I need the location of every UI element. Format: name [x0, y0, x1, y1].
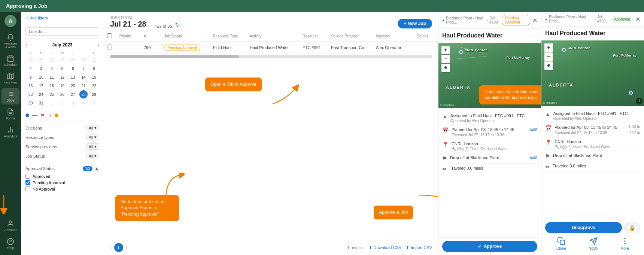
callout-open-job: Open a Job to Approve	[205, 78, 262, 91]
cal-day[interactable]: 27	[69, 90, 77, 98]
cal-dow: T	[47, 50, 57, 55]
nav-item-fieldview[interactable]: Field View	[1, 70, 19, 86]
map-right-reset-button[interactable]: ⊕	[544, 61, 553, 70]
cal-day[interactable]: 8	[90, 64, 98, 73]
more-button[interactable]: More	[620, 237, 629, 251]
approval-status-label: Approval Status	[25, 166, 55, 171]
page-1-button[interactable]: 1	[114, 243, 123, 252]
cal-day[interactable]: 24	[37, 90, 45, 98]
cal-day[interactable]: 31	[37, 99, 45, 107]
map-zoom-in-button[interactable]: +	[441, 46, 450, 54]
calendar-next-button[interactable]: ›	[97, 42, 99, 48]
filter-divisions-select[interactable]: All ▾	[86, 125, 99, 131]
cal-day[interactable]: 1	[48, 99, 56, 107]
map-reset-button[interactable]: ⊕	[441, 64, 450, 72]
nav-item-account[interactable]: Account	[1, 218, 19, 234]
cal-day[interactable]: 23	[27, 90, 35, 98]
map-pin-cnrl	[459, 50, 463, 54]
approval-checkbox-no-approval[interactable]	[25, 186, 30, 191]
nav-item-help[interactable]: Help	[1, 236, 19, 252]
page-prev-button[interactable]: ‹	[110, 245, 112, 251]
cal-day[interactable]: 3	[37, 64, 45, 73]
cal-day[interactable]: 27	[48, 56, 56, 64]
nav-item-jobs[interactable]: Jobs	[1, 88, 19, 104]
cal-day[interactable]: 10	[37, 73, 45, 81]
cal-day[interactable]: 21	[79, 82, 88, 90]
cal-day[interactable]: 22	[90, 82, 98, 90]
unapprove-button[interactable]: Unapprove	[545, 222, 622, 233]
cal-day[interactable]: 13	[69, 73, 77, 81]
cal-dow: F	[78, 50, 88, 55]
approve-button[interactable]: ✓ Approve	[442, 241, 537, 252]
left-nav: A Messages & Alerts Schedule Field View	[0, 12, 21, 255]
calendar-prev-button[interactable]: ‹	[25, 42, 27, 48]
cal-day[interactable]: 30	[27, 99, 35, 107]
chevron-down-icon: ▾	[94, 154, 97, 158]
cal-day[interactable]: 17	[37, 82, 45, 90]
nav-item-forms[interactable]: Forms	[1, 106, 19, 122]
detail-panel-pending: ● Blackmud Plant - Haul Prod... › Job #7…	[438, 12, 541, 255]
nav-item-messages[interactable]: Messages & Alerts	[1, 31, 19, 51]
approval-checkbox-approved[interactable]	[25, 174, 30, 179]
select-all-checkbox[interactable]	[107, 33, 112, 38]
cal-day[interactable]: 29	[69, 56, 77, 64]
cal-day[interactable]: 12	[58, 73, 66, 81]
cal-day[interactable]: 19	[58, 82, 66, 90]
panel-info-pickup: 📍 CNRL Horizon 🔧 (Qty 7) Fluid · Produce…	[442, 139, 537, 153]
import-csv-button[interactable]: ⬆ Import CSV	[406, 245, 432, 250]
download-csv-button[interactable]: ⬇ Download CSV	[369, 245, 402, 250]
cal-day[interactable]: 4	[79, 99, 88, 107]
filter-service-providers-label: Service providers	[25, 145, 57, 149]
approval-collapse-button[interactable]: ▲	[94, 166, 99, 171]
cal-day[interactable]: 4	[48, 64, 56, 73]
refresh-button[interactable]: ↻	[175, 21, 180, 28]
new-job-button[interactable]: + New Job	[398, 19, 432, 28]
cal-day[interactable]: 2	[27, 64, 35, 73]
cal-day[interactable]: 15	[90, 73, 98, 81]
table-row[interactable]: — 790 Pending Approval Fluid Haul Haul P…	[104, 42, 438, 54]
cal-day[interactable]: 26	[58, 90, 66, 98]
lock-button[interactable]: 🔒	[624, 222, 640, 233]
panel-left-close-button[interactable]: ✕	[532, 17, 537, 24]
cal-day[interactable]: 2	[58, 99, 66, 107]
map-zoom-out-button[interactable]: −	[441, 55, 450, 63]
filter-job-status-select[interactable]: All ▾	[86, 153, 99, 159]
cal-day[interactable]: 30	[79, 56, 88, 64]
cal-day[interactable]: 18	[48, 82, 56, 90]
cal-day[interactable]: 5	[58, 64, 66, 73]
cal-day[interactable]: 3	[69, 99, 77, 107]
filter-service-providers-select[interactable]: All ▾	[86, 143, 99, 150]
cal-day[interactable]: 28	[58, 56, 66, 64]
cal-day[interactable]: 11	[48, 73, 56, 81]
notify-button[interactable]: Notify	[589, 237, 598, 251]
panel-dropoff-edit-button[interactable]: Edit	[530, 155, 537, 160]
legend-orange	[55, 113, 58, 117]
cal-day[interactable]: 1	[90, 56, 98, 64]
cal-day-today[interactable]: 28	[79, 90, 88, 98]
map-info-button[interactable]: i	[636, 98, 643, 104]
cal-day[interactable]: 14	[79, 73, 88, 81]
cal-day[interactable]: 16	[27, 82, 35, 90]
cal-day[interactable]: 5	[90, 99, 98, 107]
panel-right-close-button[interactable]: ✕	[635, 16, 640, 23]
cal-day[interactable]: 7	[79, 64, 88, 73]
row-checkbox[interactable]	[107, 45, 112, 49]
hide-filters-button[interactable]: ‹ Hide filters	[25, 16, 48, 20]
clone-button[interactable]: Clone	[556, 237, 566, 251]
nav-item-analytics[interactable]: Analytics	[1, 124, 19, 140]
cal-day[interactable]: 9	[27, 73, 35, 81]
cal-day[interactable]: 6	[69, 64, 77, 73]
cal-day[interactable]: 29	[90, 90, 98, 98]
cal-day[interactable]: 25	[27, 56, 35, 64]
panel-planned-edit-button[interactable]: Edit	[530, 127, 537, 131]
cal-day[interactable]: 25	[48, 90, 56, 98]
nav-item-schedule[interactable]: Schedule	[1, 52, 19, 69]
cal-day[interactable]: 26	[37, 56, 45, 64]
map-right-zoom-in-button[interactable]: +	[544, 43, 553, 52]
search-input[interactable]	[25, 27, 99, 36]
filter-resource-types-select[interactable]: All ▾	[86, 134, 99, 140]
cal-day[interactable]: 20	[69, 82, 77, 90]
page-next-button[interactable]: ›	[125, 245, 127, 251]
approval-checkbox-pending[interactable]	[25, 180, 30, 185]
map-right-zoom-out-button[interactable]: −	[544, 52, 553, 61]
